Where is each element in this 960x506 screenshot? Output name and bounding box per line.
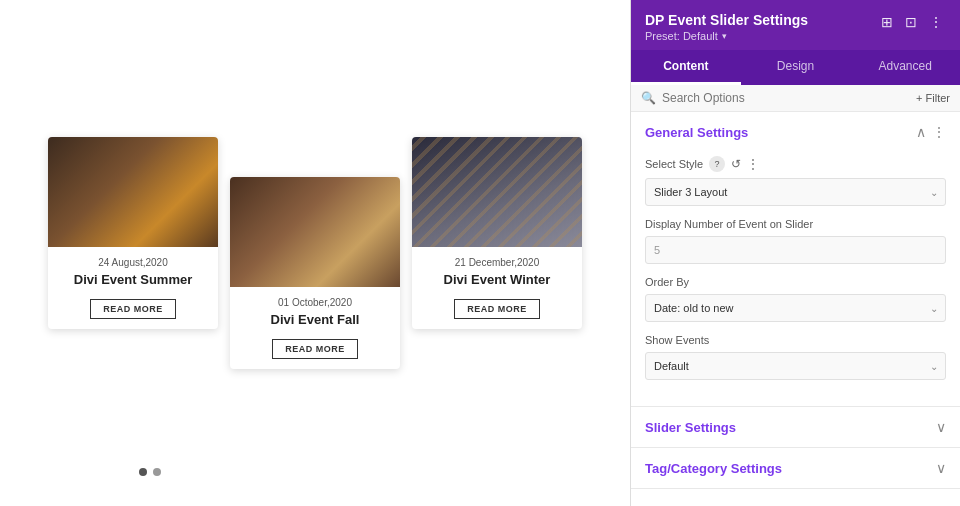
preset-chevron: ▾ — [722, 31, 727, 41]
section-slider: Slider Settings ∨ — [631, 407, 960, 448]
select-order-input[interactable]: Date: old to new Date: new to old Title … — [645, 294, 946, 322]
select-order-wrapper: Date: old to new Date: new to old Title … — [645, 294, 946, 322]
card-image-1 — [48, 137, 218, 247]
section-general: General Settings ∧ ⋮ Select Style ? ↺ ⋮ … — [631, 112, 960, 407]
panel-preset[interactable]: Preset: Default ▾ — [645, 30, 808, 42]
header-left: DP Event Slider Settings Preset: Default… — [645, 12, 808, 42]
field-label-display-number: Display Number of Event on Slider — [645, 218, 946, 230]
field-label-select-style: Select Style ? ↺ ⋮ — [645, 156, 946, 172]
card-image-2 — [230, 177, 400, 287]
preview-area: 24 August,2020 Divi Event Summer READ MO… — [0, 0, 630, 506]
section-tag-expand-icon[interactable]: ∨ — [936, 460, 946, 476]
card-btn-3[interactable]: READ MORE — [454, 299, 540, 319]
card-title-2: Divi Event Fall — [242, 312, 388, 329]
section-slider-expand-icon[interactable]: ∨ — [936, 419, 946, 435]
help-icon[interactable]: ? — [709, 156, 725, 172]
preset-text: Preset: Default — [645, 30, 718, 42]
search-icon: 🔍 — [641, 91, 656, 105]
field-label-text-show-events: Show Events — [645, 334, 709, 346]
settings-panel: DP Event Slider Settings Preset: Default… — [630, 0, 960, 506]
dot-2[interactable] — [153, 468, 161, 476]
display-number-input[interactable] — [645, 236, 946, 264]
section-tag-category: Tag/Category Settings ∨ — [631, 448, 960, 489]
field-label-order-by: Order By — [645, 276, 946, 288]
section-general-body: Select Style ? ↺ ⋮ Slider 3 Layout Slide… — [631, 152, 960, 406]
card-content-1: 24 August,2020 Divi Event Summer READ MO… — [48, 247, 218, 330]
select-show-events-input[interactable]: Default All Past Upcoming — [645, 352, 946, 380]
panel-header: DP Event Slider Settings Preset: Default… — [631, 0, 960, 50]
card-image-3 — [412, 137, 582, 247]
section-general-actions: ∧ ⋮ — [916, 124, 946, 140]
card-date-2: 01 October,2020 — [242, 297, 388, 308]
event-card-3: 21 December,2020 Divi Event Winter READ … — [412, 137, 582, 330]
card-content-3: 21 December,2020 Divi Event Winter READ … — [412, 247, 582, 330]
tabs-row: Content Design Advanced — [631, 50, 960, 85]
field-label-text-order-by: Order By — [645, 276, 689, 288]
slider-container: 24 August,2020 Divi Event Summer READ MO… — [20, 137, 610, 370]
header-icons-group: ⊞ ⊡ ⋮ — [878, 12, 946, 32]
select-style-input[interactable]: Slider 3 Layout Slider 1 Layout Slider 2… — [645, 178, 946, 206]
section-general-header[interactable]: General Settings ∧ ⋮ — [631, 112, 960, 152]
section-tag-header[interactable]: Tag/Category Settings ∨ — [631, 448, 960, 488]
header-icon-more[interactable]: ⋮ — [926, 12, 946, 32]
field-label-text-display-number: Display Number of Event on Slider — [645, 218, 813, 230]
card-btn-1[interactable]: READ MORE — [90, 299, 176, 319]
section-general-title: General Settings — [645, 125, 748, 140]
slider-dots — [0, 468, 300, 476]
dot-1[interactable] — [139, 468, 147, 476]
search-row: 🔍 + Filter — [631, 85, 960, 112]
search-input[interactable] — [662, 91, 916, 105]
tab-advanced[interactable]: Advanced — [850, 50, 960, 85]
card-date-3: 21 December,2020 — [424, 257, 570, 268]
field-label-show-events: Show Events — [645, 334, 946, 346]
reset-icon[interactable]: ↺ — [731, 157, 741, 171]
header-top: DP Event Slider Settings Preset: Default… — [645, 12, 946, 42]
header-icon-layout[interactable]: ⊡ — [902, 12, 920, 32]
section-more-icon[interactable]: ⋮ — [932, 124, 946, 140]
card-content-2: 01 October,2020 Divi Event Fall READ MOR… — [230, 287, 400, 370]
card-date-1: 24 August,2020 — [60, 257, 206, 268]
panel-title: DP Event Slider Settings — [645, 12, 808, 28]
select-style-wrapper: Slider 3 Layout Slider 1 Layout Slider 2… — [645, 178, 946, 206]
select-show-events-wrapper: Default All Past Upcoming ⌄ — [645, 352, 946, 380]
section-slider-header[interactable]: Slider Settings ∨ — [631, 407, 960, 447]
section-slider-title: Slider Settings — [645, 420, 736, 435]
field-label-text-select-style: Select Style — [645, 158, 703, 170]
filter-button[interactable]: + Filter — [916, 92, 950, 104]
more-icon-style[interactable]: ⋮ — [747, 157, 759, 171]
card-title-3: Divi Event Winter — [424, 272, 570, 289]
card-title-1: Divi Event Summer — [60, 272, 206, 289]
header-icon-grid[interactable]: ⊞ — [878, 12, 896, 32]
section-collapse-icon[interactable]: ∧ — [916, 124, 926, 140]
panel-content: General Settings ∧ ⋮ Select Style ? ↺ ⋮ … — [631, 112, 960, 506]
card-btn-2[interactable]: READ MORE — [272, 339, 358, 359]
event-card-1: 24 August,2020 Divi Event Summer READ MO… — [48, 137, 218, 330]
tab-design[interactable]: Design — [741, 50, 851, 85]
event-card-2: 01 October,2020 Divi Event Fall READ MOR… — [230, 177, 400, 370]
tab-content[interactable]: Content — [631, 50, 741, 85]
section-tag-title: Tag/Category Settings — [645, 461, 782, 476]
